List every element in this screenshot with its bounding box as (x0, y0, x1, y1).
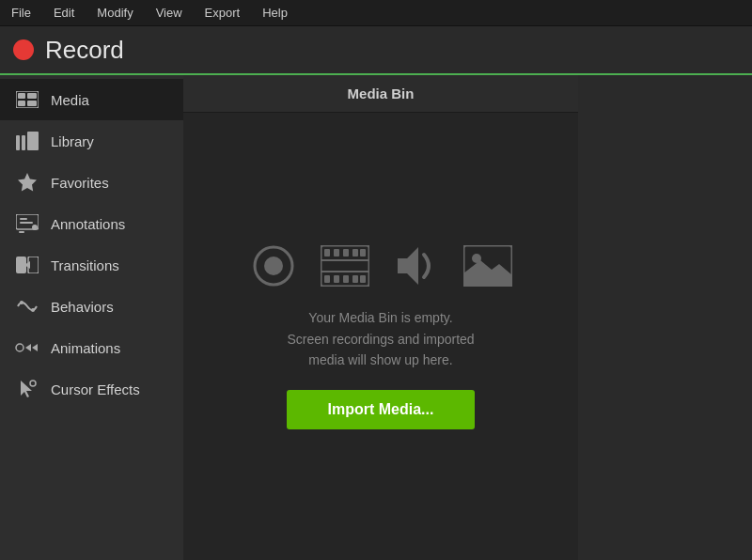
menu-edit[interactable]: Edit (50, 4, 78, 22)
record-dot-icon (13, 39, 34, 60)
sidebar-label-annotations: Annotations (51, 216, 125, 232)
svg-rect-32 (352, 249, 358, 257)
sidebar-item-cursor-effects[interactable]: Cursor Effects (0, 368, 183, 410)
empty-state-icons (249, 243, 512, 288)
svg-rect-12 (20, 222, 33, 224)
svg-rect-34 (324, 275, 330, 283)
library-icon (15, 132, 39, 150)
menubar: File Edit Modify View Export Help (0, 0, 752, 26)
import-media-button[interactable]: Import Media... (287, 390, 475, 429)
svg-rect-7 (27, 132, 39, 150)
svg-rect-30 (334, 249, 339, 257)
animations-icon (15, 338, 39, 357)
svg-rect-37 (352, 275, 358, 283)
svg-point-25 (30, 381, 36, 386)
sidebar-item-media[interactable]: Media (0, 79, 183, 120)
sidebar-label-cursor-effects: Cursor Effects (51, 381, 140, 397)
menu-help[interactable]: Help (258, 4, 291, 22)
sidebar-item-animations[interactable]: Animations (0, 327, 183, 368)
record-placeholder-icon (249, 243, 298, 288)
svg-rect-33 (360, 249, 366, 257)
sidebar-item-behaviors[interactable]: Behaviors (0, 286, 183, 327)
svg-rect-4 (27, 101, 37, 106)
sidebar-item-annotations[interactable]: Annotations (0, 203, 183, 244)
svg-rect-1 (18, 93, 25, 99)
page-title: Record (45, 36, 124, 65)
svg-rect-15 (33, 226, 37, 228)
svg-rect-6 (22, 135, 25, 150)
empty-state-text: Your Media Bin is empty.Screen recording… (287, 307, 474, 370)
sidebar-item-transitions[interactable]: Transitions (0, 244, 183, 286)
svg-rect-3 (18, 101, 25, 106)
media-icon (15, 90, 39, 109)
menu-view[interactable]: View (152, 4, 186, 22)
svg-rect-2 (27, 93, 37, 99)
menu-file[interactable]: File (8, 4, 35, 22)
menu-modify[interactable]: Modify (93, 4, 136, 22)
cursor-effects-icon (15, 380, 39, 398)
main-layout: Media Library Favorites (0, 75, 752, 560)
svg-marker-44 (463, 260, 512, 287)
menu-export[interactable]: Export (201, 4, 244, 22)
film-placeholder-icon (321, 243, 369, 288)
sidebar-label-library: Library (51, 133, 94, 149)
svg-point-20 (31, 308, 35, 312)
content-panel-title: Media Bin (348, 86, 415, 101)
sidebar-item-library[interactable]: Library (0, 120, 183, 162)
behaviors-icon (15, 297, 39, 316)
transitions-icon (15, 256, 39, 274)
svg-point-19 (20, 301, 24, 304)
sidebar-label-media: Media (51, 92, 89, 108)
svg-point-21 (16, 344, 24, 351)
svg-rect-35 (334, 275, 339, 283)
svg-marker-22 (25, 344, 31, 351)
sidebar-label-animations: Animations (51, 340, 120, 356)
right-panel (578, 75, 752, 560)
sidebar: Media Library Favorites (0, 75, 183, 560)
svg-rect-11 (20, 218, 27, 220)
svg-marker-41 (398, 247, 418, 285)
audio-placeholder-icon (392, 243, 441, 288)
svg-rect-38 (360, 275, 366, 283)
svg-rect-5 (16, 135, 20, 150)
svg-marker-23 (32, 344, 38, 351)
content-header: Media Bin (183, 75, 578, 113)
sidebar-label-favorites: Favorites (51, 175, 109, 191)
favorites-icon (15, 173, 39, 192)
svg-rect-31 (343, 249, 349, 257)
svg-rect-36 (343, 275, 349, 283)
svg-rect-29 (324, 249, 330, 257)
titlebar: Record (0, 26, 752, 75)
annotations-icon (15, 214, 39, 233)
svg-rect-10 (19, 231, 24, 233)
sidebar-label-behaviors: Behaviors (51, 299, 114, 315)
svg-marker-8 (18, 173, 37, 192)
image-placeholder-icon (463, 243, 512, 288)
sidebar-item-favorites[interactable]: Favorites (0, 162, 183, 203)
content-body: Your Media Bin is empty.Screen recording… (183, 113, 578, 560)
svg-point-27 (264, 257, 283, 275)
content-area: Media Bin (183, 75, 578, 560)
sidebar-label-transitions: Transitions (51, 257, 119, 273)
